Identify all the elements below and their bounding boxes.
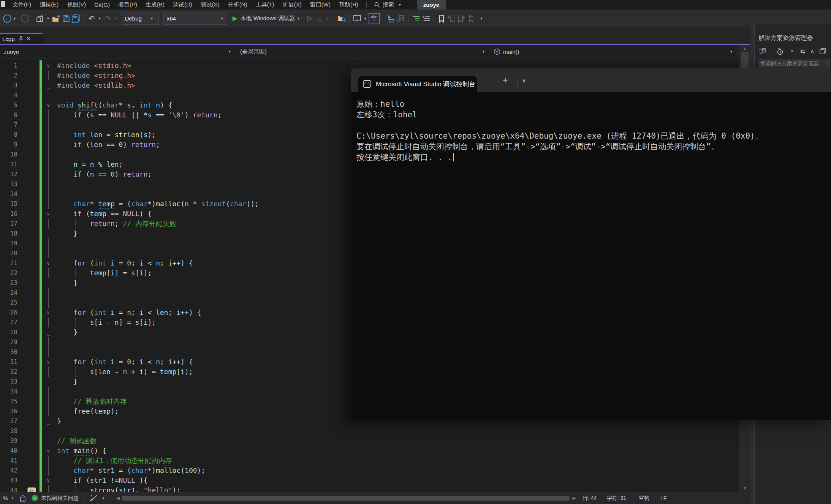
- menu-item[interactable]: 视图(V): [63, 0, 90, 9]
- new-dropdown-icon[interactable]: ▼: [46, 17, 50, 21]
- fold-collapse-icon[interactable]: ∨: [44, 209, 52, 219]
- start-without-debugging-button[interactable]: ▷: [305, 12, 315, 25]
- undo-dropdown-icon[interactable]: ▼: [98, 17, 101, 21]
- fold-collapse-icon[interactable]: ∨: [44, 100, 52, 110]
- save-button[interactable]: [61, 12, 71, 25]
- pin-icon[interactable]: [19, 36, 23, 41]
- console-output[interactable]: 原始：hello左移3次：lohel C:\Users\zyl\source\r…: [351, 92, 831, 420]
- menu-item[interactable]: 编辑(E): [35, 0, 63, 9]
- menu-item[interactable]: 项目(P): [114, 0, 141, 9]
- close-icon[interactable]: ×: [27, 35, 30, 42]
- console-title-bar[interactable]: C:\ Microsoft Visual Studio 调试控制台 × + ∨: [351, 68, 831, 92]
- spaces-toggle[interactable]: 空格: [633, 492, 655, 504]
- sync-with-active-document-icon[interactable]: ⇆: [800, 48, 805, 55]
- scope-dropdown[interactable]: (全局范围) ▼: [236, 45, 490, 58]
- menu-item[interactable]: 扩展(X): [279, 0, 306, 9]
- fold-guide-line: [44, 337, 52, 347]
- toolbar-overflow-icon[interactable]: ▼: [480, 17, 483, 21]
- fold-collapse-icon[interactable]: ∨: [44, 61, 52, 71]
- line-number: 4: [0, 90, 17, 100]
- fold-collapse-icon[interactable]: ∨: [44, 357, 52, 367]
- scroll-up-icon[interactable]: ▲: [739, 46, 750, 51]
- navigate-forward-button[interactable]: →: [21, 14, 29, 23]
- unindent-button[interactable]: [421, 12, 431, 25]
- menu-separator: [366, 2, 367, 8]
- code-line[interactable]: 38: [0, 426, 739, 436]
- menu-item[interactable]: 工具(T): [252, 0, 279, 9]
- fold-collapse-icon[interactable]: ∨: [44, 308, 52, 318]
- code-line[interactable]: 39// 测试函数: [0, 436, 739, 446]
- menu-item[interactable]: 分析(N): [224, 0, 252, 9]
- line-number: 37: [0, 416, 17, 426]
- new-tab-button[interactable]: +: [503, 75, 508, 85]
- fold-collapse-icon[interactable]: ∨: [44, 446, 52, 456]
- properties-icon[interactable]: [819, 48, 826, 55]
- code-text: for (int i = n; i < len; i++) {: [57, 308, 201, 318]
- undo-button[interactable]: ↶: [87, 12, 97, 25]
- select-mode-button[interactable]: [386, 12, 396, 25]
- pending-changes-filter-icon[interactable]: [776, 47, 784, 55]
- code-cleanup-button[interactable]: ✦ ▼: [89, 495, 106, 502]
- menu-item[interactable]: 生成(B): [141, 0, 169, 9]
- toggle-bookmark-button[interactable]: [437, 12, 446, 25]
- performance-profiler-button[interactable]: ♨: [315, 12, 324, 25]
- fold-collapse-icon[interactable]: ∨: [44, 258, 52, 268]
- code-line[interactable]: 40∨int main() {: [0, 446, 739, 456]
- intellicode-ghost-icon[interactable]: [19, 495, 26, 502]
- horizontal-scrollbar[interactable]: [122, 496, 570, 501]
- code-text: char* str1 = (char*)malloc(100);: [57, 466, 205, 476]
- eol-toggle[interactable]: LF: [655, 492, 672, 504]
- console-tab[interactable]: C:\ Microsoft Visual Studio 调试控制台 ×: [358, 76, 477, 92]
- back-dropdown-icon[interactable]: ▼: [13, 17, 16, 21]
- menu-item[interactable]: 测试(S): [196, 0, 224, 9]
- menu-item[interactable]: 文件(F): [8, 0, 35, 9]
- code-line[interactable]: 44 strcpy(str1, "hello");: [0, 485, 739, 492]
- chevron-down-icon[interactable]: ▼: [790, 49, 794, 53]
- new-project-button[interactable]: *: [35, 12, 45, 25]
- menu-item[interactable]: 帮助(H): [335, 0, 362, 9]
- solution-platform-select[interactable]: x64 ▼: [163, 13, 227, 25]
- member-dropdown[interactable]: main() ▼: [490, 45, 738, 58]
- fold-collapse-icon[interactable]: ∨: [44, 476, 52, 485]
- clear-bookmarks-button[interactable]: [466, 12, 476, 25]
- next-bookmark-button[interactable]: [456, 12, 466, 25]
- open-file-button[interactable]: [51, 12, 61, 25]
- document-health-indicator[interactable]: ✓ 未找到相关问题: [32, 495, 78, 502]
- window-dropdown-icon[interactable]: ▼: [364, 17, 367, 21]
- copy-lines-button[interactable]: [396, 12, 405, 25]
- home-window-button[interactable]: [352, 12, 362, 25]
- save-all-button[interactable]: [71, 12, 81, 25]
- project-dropdown[interactable]: zuoye ▼: [0, 45, 236, 58]
- tab-dropdown-icon[interactable]: ∨: [522, 77, 526, 84]
- search-control[interactable]: 搜索 ▼: [370, 1, 407, 8]
- code-line[interactable]: 42 char* str1 = (char*)malloc(100);: [0, 466, 739, 476]
- scroll-down-icon[interactable]: ▼: [739, 485, 750, 491]
- horizontal-scrollbar-thumb[interactable]: [122, 496, 569, 501]
- start-debugging-button[interactable]: ▶ 本地 Windows 调试器 ▼: [233, 14, 302, 22]
- menu-item[interactable]: 调试(D): [169, 0, 196, 9]
- unindent-lines-icon: [421, 15, 431, 22]
- navigate-back-button[interactable]: ←: [3, 14, 11, 23]
- line-number: 44: [0, 485, 17, 492]
- code-text: if (len == 0) return;: [57, 140, 160, 150]
- spell-checker-toggle[interactable]: abc ✓: [369, 13, 380, 24]
- code-line[interactable]: 41 // 测试1：使用动态分配的内存: [0, 456, 739, 466]
- line-number: 33: [0, 377, 17, 387]
- menu-item[interactable]: 窗口(W): [306, 0, 335, 9]
- document-tab[interactable]: t.cpp ×: [0, 33, 43, 44]
- scroll-left-icon[interactable]: ◀: [116, 496, 119, 501]
- scroll-right-icon[interactable]: ▶: [573, 496, 576, 501]
- debug-console-window[interactable]: C:\ Microsoft Visual Studio 调试控制台 × + ∨ …: [351, 68, 831, 420]
- menu-item[interactable]: Git(G): [90, 0, 114, 9]
- code-text: if (str1 !=NULL ){: [57, 476, 147, 485]
- find-in-files-button[interactable]: [337, 12, 347, 25]
- collapse-all-icon[interactable]: ∧: [810, 48, 814, 55]
- solution-search-input[interactable]: 搜索解决方案资源管理器: [758, 59, 830, 69]
- redo-button[interactable]: ↷: [103, 12, 113, 25]
- previous-bookmark-button[interactable]: [446, 12, 456, 25]
- zoom-select[interactable]: % ▼: [0, 495, 17, 501]
- indent-button[interactable]: [411, 12, 421, 25]
- code-line[interactable]: 43∨ if (str1 !=NULL ){: [0, 476, 739, 485]
- vs-switch-views-icon[interactable]: [758, 47, 766, 55]
- solution-configuration-select[interactable]: Debug ▼: [122, 13, 159, 25]
